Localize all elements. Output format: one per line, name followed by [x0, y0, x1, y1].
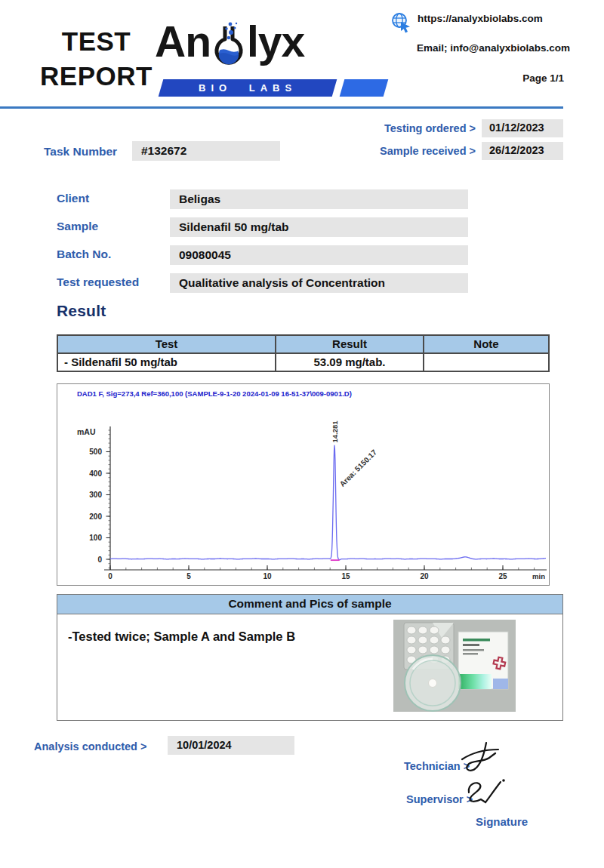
svg-text:0: 0 [108, 572, 112, 580]
email-text: Email; info@analyxbiolabs.com [417, 42, 589, 54]
sample-received-label: Sample received > [325, 145, 476, 157]
page-title-line1: TEST [30, 24, 162, 59]
page-number: Page 1/1 [522, 72, 564, 84]
task-number-value: #132672 [132, 141, 280, 161]
svg-text:14.281: 14.281 [331, 420, 339, 443]
svg-text:100: 100 [89, 534, 102, 542]
batch-value: 09080045 [170, 245, 468, 265]
analysis-conducted-label: Analysis conducted > [34, 740, 146, 753]
petri-dish-image [405, 655, 461, 711]
svg-text:25: 25 [498, 572, 507, 580]
info-row-client: Client Beligas [57, 189, 550, 210]
svg-text:10: 10 [263, 572, 272, 580]
col-header-test: Test [58, 336, 275, 352]
svg-text:20: 20 [420, 572, 429, 580]
contact-block: https://analyxbiolabs.com Email; info@an… [391, 12, 589, 54]
logo-text-start: An [155, 17, 211, 66]
testing-ordered-label: Testing ordered > [325, 122, 476, 134]
result-heading: Result [57, 302, 106, 320]
batch-label: Batch No. [57, 248, 111, 261]
info-row-batch: Batch No. 09080045 [57, 245, 550, 266]
col-header-result: Result [275, 336, 423, 352]
analysis-conducted-value: 10/01/2024 [168, 736, 294, 755]
testing-ordered-value: 01/12/2023 [482, 119, 563, 137]
svg-text:Area: 5150.17: Area: 5150.17 [338, 448, 379, 488]
comment-box: Comment and Pics of sample -Tested twice… [57, 594, 563, 721]
banner-accent-shape [340, 79, 389, 97]
svg-text:15: 15 [341, 572, 350, 580]
bio-labs-banner: BIO LABS [159, 79, 337, 97]
svg-text:500: 500 [89, 448, 102, 456]
supervisor-signature [464, 777, 507, 809]
chromatogram-title: DAD1 F, Sig=273,4 Ref=360,100 (SAMPLE-9-… [77, 389, 549, 398]
cell-test: - Sildenafil 50 mg/tab [58, 354, 275, 371]
col-header-note: Note [423, 336, 548, 352]
result-table-header-row: Test Result Note [58, 336, 548, 354]
cell-result: 53.09 mg/tab. [275, 354, 423, 371]
supervisor-label: Supervisor > [406, 793, 473, 805]
info-row-sample: Sample Sildenafil 50 mg/tab [57, 217, 550, 238]
product-box-image [458, 632, 508, 689]
sample-label: Sample [57, 220, 98, 233]
chromatogram-box: DAD1 F, Sig=273,4 Ref=360,100 (SAMPLE-9-… [57, 383, 550, 586]
website-url: https://analyxbiolabs.com [418, 12, 543, 25]
logo-banner-row: BIO LABS [161, 79, 386, 97]
sample-received-value: 26/12/2023 [482, 142, 563, 160]
result-table: Test Result Note - Sildenafil 50 mg/tab … [57, 334, 550, 372]
svg-text:mAU: mAU [77, 427, 96, 436]
test-report-page: TEST REPORT An lyx BI [0, 0, 604, 868]
page-title-line2: REPORT [30, 59, 162, 94]
logo-wordmark: An lyx [155, 17, 381, 66]
client-label: Client [57, 192, 89, 205]
sample-photo [393, 620, 516, 712]
client-value: Beligas [170, 189, 468, 209]
test-requested-value: Qualitative analysis of Concentration [170, 273, 468, 293]
bio-labs-text: BIO LABS [199, 82, 297, 94]
svg-text:min: min [532, 572, 545, 580]
header-divider [0, 106, 563, 109]
svg-text:0: 0 [97, 556, 102, 564]
info-row-test-requested: Test requested Qualitative analysis of C… [57, 273, 550, 294]
comment-header: Comment and Pics of sample [57, 595, 562, 614]
comment-text: -Tested twice; Sample A and Sample B [68, 629, 295, 644]
technician-signature [459, 740, 503, 776]
logo-text-end: lyx [247, 17, 304, 66]
analyx-logo: An lyx BIO LABS [155, 17, 381, 66]
page-title: TEST REPORT [30, 24, 162, 94]
sample-value: Sildenafil 50 mg/tab [170, 217, 468, 237]
result-table-row: - Sildenafil 50 mg/tab 53.09 mg/tab. [58, 354, 548, 371]
task-number-label: Task Number [44, 145, 117, 159]
svg-text:300: 300 [89, 491, 102, 499]
svg-text:400: 400 [89, 469, 102, 478]
flask-icon [211, 21, 246, 69]
signature-label: Signature [476, 815, 528, 828]
svg-text:5: 5 [186, 572, 191, 580]
cell-note [423, 354, 548, 371]
svg-text:200: 200 [89, 512, 102, 521]
test-requested-label: Test requested [57, 275, 139, 289]
website-globe-icon [391, 12, 411, 33]
chromatogram-chart: 01002003004005000510152025minmAU14.281Ar… [57, 399, 548, 582]
